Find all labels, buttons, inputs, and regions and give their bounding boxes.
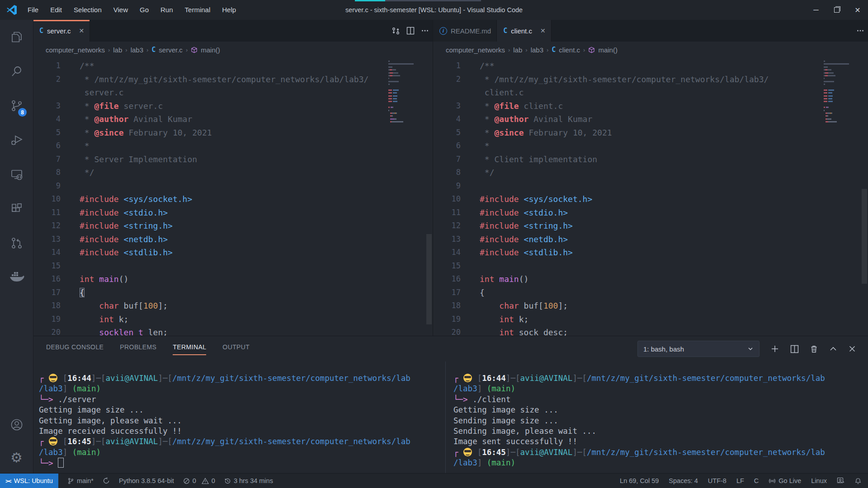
- panel-tab-debug-console[interactable]: DEBUG CONSOLE: [46, 341, 104, 357]
- terminal-pane-server[interactable]: ┌ [16:44]─[avii@AVINAL]─[/mnt/z/my_git/s…: [33, 361, 445, 474]
- tab-server-c[interactable]: C server.c ✕: [33, 20, 90, 42]
- terminal-line: Image sent successfully !!: [453, 436, 868, 447]
- breadcrumb: computer_networks› lab› lab3› C server.c…: [33, 42, 433, 58]
- close-tab-icon[interactable]: ✕: [79, 27, 85, 34]
- code-line: 16int main(): [33, 272, 433, 286]
- c-file-icon: C: [552, 46, 556, 54]
- breadcrumb-item[interactable]: computer_networks: [446, 46, 505, 54]
- top-accent-strip: [355, 0, 385, 1]
- tab-strip-right: i README.md C client.c ✕: [433, 20, 868, 42]
- open-changes-icon[interactable]: [392, 27, 400, 35]
- breadcrumb-item[interactable]: lab: [513, 46, 522, 54]
- menu-selection[interactable]: Selection: [68, 0, 108, 20]
- terminal-line: Getting image size ...: [39, 405, 445, 415]
- code-line: 17{: [33, 286, 433, 300]
- split-terminal-icon[interactable]: [790, 345, 799, 353]
- minimize-button[interactable]: ─: [806, 0, 826, 20]
- menu-view[interactable]: View: [108, 0, 134, 20]
- code-line: 10#include <sys/socket.h>: [33, 192, 433, 206]
- settings-gear-icon[interactable]: ⚙: [0, 442, 33, 474]
- top-accent-strip-track: [385, 0, 481, 1]
- tab-readme-md[interactable]: i README.md: [433, 20, 497, 42]
- menu-help[interactable]: Help: [216, 0, 242, 20]
- code-line: 14#include <stdlib.h>: [33, 246, 433, 259]
- search-icon[interactable]: [0, 54, 33, 89]
- scrollbar[interactable]: [426, 234, 432, 324]
- terminal-picker-dropdown[interactable]: 1: bash, bash: [637, 341, 760, 357]
- menu-terminal[interactable]: Terminal: [179, 0, 217, 20]
- go-live-item[interactable]: Go Live: [769, 477, 801, 484]
- more-actions-icon[interactable]: [421, 27, 429, 35]
- close-panel-icon[interactable]: [848, 345, 856, 353]
- new-terminal-icon[interactable]: [770, 344, 779, 353]
- minimap[interactable]: [824, 61, 850, 124]
- extensions-icon[interactable]: [0, 192, 33, 226]
- code-line: 20 socklen_t len;: [33, 326, 433, 336]
- breadcrumb-item[interactable]: server.c: [159, 46, 183, 54]
- panel-tab-terminal[interactable]: TERMINAL: [173, 341, 206, 357]
- terminal-pane-client[interactable]: ┌ [16:44]─[avii@AVINAL]─[/mnt/z/my_git/s…: [445, 361, 868, 474]
- restore-button[interactable]: [826, 0, 847, 20]
- notifications-bell-item[interactable]: [854, 477, 862, 484]
- close-tab-icon[interactable]: ✕: [540, 27, 546, 34]
- run-debug-icon[interactable]: [0, 123, 33, 157]
- code-line: 18 char buf[100];: [433, 299, 868, 313]
- problems-item[interactable]: 0 0: [183, 477, 215, 484]
- sync-changes-item[interactable]: [103, 477, 110, 484]
- time-tracker-item[interactable]: 3 hrs 34 mins: [224, 477, 273, 484]
- code-editor-server[interactable]: 1/**2 * /mnt/z/my_git/sixth-semester/com…: [33, 58, 433, 336]
- code-line: 16int main(): [433, 272, 868, 286]
- indentation-item[interactable]: Spaces: 4: [669, 477, 698, 484]
- remote-indicator[interactable]: >< WSL: Ubuntu: [0, 474, 58, 488]
- docker-icon[interactable]: [0, 260, 33, 295]
- eol-item[interactable]: LF: [736, 477, 744, 484]
- feedback-item[interactable]: [837, 477, 844, 484]
- source-control-icon[interactable]: 8: [0, 89, 33, 123]
- explorer-icon[interactable]: [0, 20, 33, 54]
- breadcrumb-item[interactable]: computer_networks: [46, 46, 105, 54]
- tab-client-c[interactable]: C client.c ✕: [497, 20, 551, 42]
- split-editor-icon[interactable]: [406, 27, 415, 35]
- breadcrumb-item[interactable]: client.c: [559, 46, 580, 54]
- tab-strip-left: C server.c ✕: [33, 20, 433, 42]
- code-line: 6 *: [433, 139, 868, 153]
- cursor-position-item[interactable]: Ln 69, Col 59: [620, 477, 659, 484]
- terminal-line: ┌ [16:45]─[avii@AVINAL]─[/mnt/z/my_git/s…: [453, 447, 868, 458]
- breadcrumb-item[interactable]: lab3: [531, 46, 543, 54]
- warnings-icon: [202, 478, 209, 484]
- breadcrumb-item[interactable]: main(): [201, 46, 220, 54]
- menu-go[interactable]: Go: [134, 0, 155, 20]
- code-line: 2 * /mnt/z/my_git/sixth-semester/compute…: [433, 73, 868, 86]
- close-button[interactable]: ✕: [847, 0, 868, 20]
- scrollbar[interactable]: [862, 189, 867, 284]
- menu-run[interactable]: Run: [155, 0, 179, 20]
- tab-label: client.c: [511, 27, 532, 35]
- panel-tab-problems[interactable]: PROBLEMS: [120, 341, 156, 357]
- more-actions-icon[interactable]: [856, 27, 864, 35]
- panel-tab-output[interactable]: OUTPUT: [222, 341, 250, 357]
- c-file-icon: C: [503, 27, 507, 35]
- git-branch-item[interactable]: main*: [67, 477, 94, 484]
- github-pr-icon[interactable]: [0, 226, 33, 260]
- menu-file[interactable]: File: [22, 0, 44, 20]
- code-line: 6 *: [33, 139, 433, 153]
- menu-edit[interactable]: Edit: [44, 0, 68, 20]
- kill-terminal-icon[interactable]: [810, 345, 818, 353]
- breadcrumb-item[interactable]: lab: [113, 46, 122, 54]
- minimap[interactable]: [388, 61, 415, 124]
- maximize-panel-icon[interactable]: [829, 345, 837, 353]
- remote-explorer-icon[interactable]: [0, 157, 33, 192]
- breadcrumb-item[interactable]: main(): [598, 46, 618, 54]
- title-bar: File Edit Selection View Go Run Terminal…: [0, 0, 868, 20]
- breadcrumb-item[interactable]: lab3: [131, 46, 143, 54]
- code-line: 12#include <string.h>: [33, 219, 433, 233]
- code-line: 20 int sock_desc;: [433, 326, 868, 336]
- terminal-line: Sending image, please wait ...: [453, 426, 868, 436]
- encoding-item[interactable]: UTF-8: [708, 477, 726, 484]
- os-item[interactable]: Linux: [811, 477, 827, 484]
- accounts-icon[interactable]: [0, 408, 33, 442]
- markdown-preview-icon: i: [439, 27, 447, 35]
- python-interpreter-item[interactable]: Python 3.8.5 64-bit: [119, 477, 174, 484]
- language-mode-item[interactable]: C: [754, 477, 759, 484]
- code-editor-client[interactable]: 1/**2 * /mnt/z/my_git/sixth-semester/com…: [433, 58, 868, 336]
